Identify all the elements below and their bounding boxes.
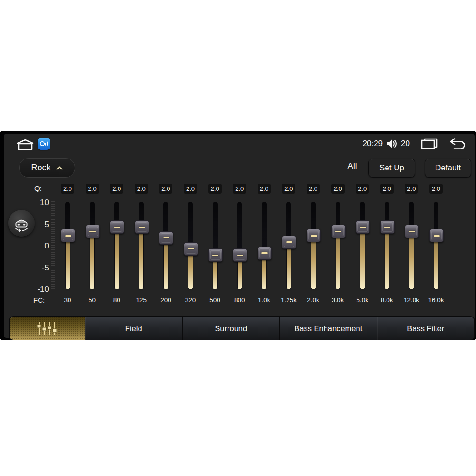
tab-label: Bass Filter: [407, 324, 444, 333]
set-up-button[interactable]: Set Up: [368, 159, 415, 178]
slider-fill: [311, 235, 316, 289]
q-value[interactable]: 2.0: [405, 184, 418, 194]
tab-label: Bass Enhancement: [294, 324, 362, 333]
db-scale-label: -5: [23, 263, 49, 273]
default-button[interactable]: Default: [425, 159, 471, 178]
audio-app-button[interactable]: [38, 138, 50, 150]
band-frequency-label: 1.25k: [276, 297, 301, 304]
band-gain-handle[interactable]: [307, 229, 321, 242]
tab-bass_enhancement[interactable]: Bass Enhancement: [279, 317, 377, 340]
db-scale-label: 10: [23, 198, 49, 208]
band-gain-handle[interactable]: [61, 229, 75, 242]
band-gain-handle[interactable]: [258, 247, 272, 260]
audio-app-icon: [40, 140, 48, 148]
car-icon: [12, 214, 31, 232]
slider-fill: [434, 235, 438, 289]
band-frequency-label: 50: [80, 297, 105, 304]
band-frequency-label: 16.0k: [424, 297, 448, 304]
status-bar: 20:29 20: [4, 137, 475, 151]
band-gain-handle[interactable]: [405, 225, 419, 238]
slider-fill: [90, 231, 94, 289]
db-scale-label: -10: [23, 285, 49, 294]
db-scale-label: 0: [23, 241, 49, 251]
band-gain-handle[interactable]: [331, 225, 346, 238]
band-gain-handle[interactable]: [135, 220, 149, 234]
slider-fill: [164, 238, 168, 289]
band-frequency-label: 5.0k: [350, 297, 375, 304]
band-frequency-label: 12.0k: [399, 297, 424, 304]
band-frequency-label: 8.0k: [375, 297, 399, 304]
band-gain-handle[interactable]: [110, 220, 124, 234]
slider-fill: [287, 242, 291, 289]
slider-fill: [115, 227, 119, 289]
tab-surround[interactable]: Surround: [182, 317, 280, 340]
q-value[interactable]: 2.0: [429, 184, 443, 194]
home-button[interactable]: [16, 139, 34, 151]
band-gain-handle[interactable]: [380, 220, 395, 234]
status-right-cluster: 20:29 20: [363, 138, 466, 150]
clock: 20:29: [363, 139, 383, 149]
head-unit-screen: 20:29 20: [0, 131, 476, 340]
slider-fill: [66, 235, 70, 289]
volume-level: 20: [401, 139, 410, 149]
fc-row-label: FC:: [33, 296, 45, 304]
band-frequency-label: 1.0k: [252, 297, 277, 304]
band-frequency-label: 125: [129, 297, 154, 304]
band-frequency-label: 30: [55, 297, 80, 304]
back-button[interactable]: [449, 138, 466, 150]
bottom-tab-bar: FieldSurroundBass EnhancementBass Filter: [9, 316, 475, 340]
preset-label: Rock: [31, 163, 50, 173]
slider-fill: [336, 231, 340, 289]
q-value[interactable]: 2.0: [61, 184, 74, 194]
q-value[interactable]: 2.0: [208, 184, 222, 194]
band-gain-handle[interactable]: [208, 248, 223, 262]
q-value[interactable]: 2.0: [86, 184, 99, 194]
db-scale-ticks: [51, 201, 55, 290]
q-value[interactable]: 2.0: [159, 184, 172, 194]
q-value[interactable]: 2.0: [110, 184, 123, 194]
band-frequency-label: 3.0k: [326, 297, 350, 304]
band-gain-handle[interactable]: [282, 236, 296, 249]
all-label[interactable]: All: [339, 161, 366, 171]
tab-field[interactable]: Field: [85, 317, 182, 340]
slider-fill: [360, 227, 365, 289]
band-frequency-label: 320: [178, 297, 203, 304]
q-row-label: Q:: [34, 184, 42, 192]
recent-apps-button[interactable]: [420, 138, 438, 150]
q-value[interactable]: 2.0: [331, 184, 345, 194]
band-gain-handle[interactable]: [429, 229, 444, 242]
chevron-up-icon: [56, 166, 63, 170]
band-frequency-label: 80: [104, 297, 129, 304]
q-value[interactable]: 2.0: [184, 184, 197, 194]
band-gain-handle[interactable]: [233, 248, 247, 262]
q-value[interactable]: 2.0: [356, 184, 369, 194]
volume-icon: [386, 139, 397, 149]
slider-fill: [385, 227, 389, 289]
band-gain-handle[interactable]: [86, 225, 100, 238]
slider-fill: [139, 227, 143, 289]
band-frequency-label: 800: [227, 297, 252, 304]
q-value[interactable]: 2.0: [380, 184, 394, 194]
slider-fill: [409, 231, 414, 289]
band-gain-handle[interactable]: [159, 231, 173, 245]
q-value[interactable]: 2.0: [233, 184, 246, 194]
q-value[interactable]: 2.0: [282, 184, 295, 194]
band-gain-handle[interactable]: [184, 242, 198, 256]
q-value[interactable]: 2.0: [135, 184, 148, 194]
q-value[interactable]: 2.0: [258, 184, 271, 194]
eq-sliders-icon: [36, 321, 58, 336]
home-icon: [16, 139, 34, 151]
tab-bass_filter[interactable]: Bass Filter: [377, 317, 475, 340]
band-frequency-label: 200: [153, 297, 178, 304]
equalizer-page: 20:29 20: [4, 134, 475, 338]
band-frequency-label: 2.0k: [301, 297, 326, 304]
band-frequency-label: 500: [203, 297, 228, 304]
tab-label: Field: [125, 324, 142, 333]
band-gain-handle[interactable]: [356, 220, 370, 234]
q-value[interactable]: 2.0: [307, 184, 320, 194]
tab-label: Surround: [215, 324, 247, 333]
tab-equalizer[interactable]: [10, 317, 85, 340]
sound-position-button[interactable]: [8, 210, 35, 237]
preset-dropdown[interactable]: Rock: [19, 158, 75, 178]
